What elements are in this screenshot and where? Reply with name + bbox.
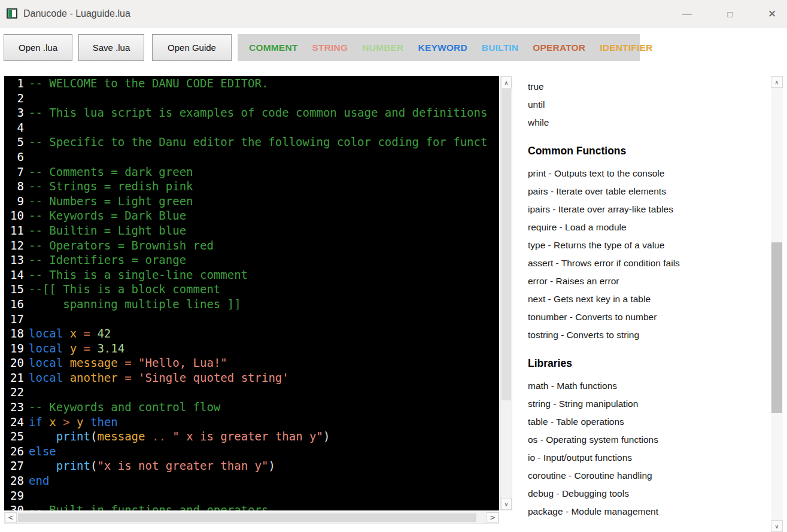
app-window: Danucode - Luaguide.lua — □ ✕ Open .lua … (0, 0, 787, 532)
token-plain: ( (90, 430, 97, 443)
guide-item: math - Math functions (528, 377, 767, 395)
editor-scroll-down-button[interactable]: ∨ (501, 498, 512, 510)
token-comment: -- Strings = redish pink (29, 180, 193, 193)
token-keyword: local (29, 342, 70, 355)
guide-scroll-thumb[interactable] (771, 242, 782, 413)
token-string: 'Single quoted string' (138, 371, 289, 384)
token-identifier: message (97, 430, 145, 443)
line-content: -- Comments = dark green (24, 165, 193, 180)
code-line-19: 19local y = 3.14 (4, 341, 499, 356)
token-comment: -- Numbers = Light green (29, 194, 193, 208)
guide-item: tostring - Converts to string (528, 326, 767, 344)
legend-identifier: IDENTIFIER (600, 42, 652, 53)
legend-operator: OPERATOR (533, 42, 585, 53)
legend-keyword: KEYWORD (418, 42, 467, 53)
close-button[interactable]: ✕ (758, 0, 786, 28)
token-identifier: y (77, 415, 90, 428)
token-comment: -- Built in functions and operators (29, 503, 268, 510)
code-line-22: 22 (4, 385, 499, 400)
code-line-20: 20local message = "Hello, Lua!" (4, 355, 499, 370)
titlebar: Danucode - Luaguide.lua — □ ✕ (0, 0, 787, 28)
line-number: 1 (4, 76, 24, 91)
token-comment: -- Specific to the Danu editor the follo… (29, 135, 487, 148)
guide-heading: Libraries (528, 357, 767, 370)
token-keyword: local (29, 327, 70, 340)
guide-item: require - Load a module (528, 218, 767, 236)
guide-item: os - Operating system functions (528, 431, 767, 449)
line-number: 26 (4, 444, 24, 459)
line-number: 12 (4, 238, 24, 253)
guide-scroll-up-button[interactable]: ∧ (771, 76, 783, 88)
line-number: 22 (4, 385, 24, 400)
open-guide-button[interactable]: Open Guide (152, 34, 232, 61)
line-content (24, 385, 29, 400)
minimize-button[interactable]: — (673, 0, 701, 28)
guide-item: tonumber - Converts to number (528, 308, 767, 326)
token-comment: -- Identifiers = orange (29, 253, 186, 266)
code-line-27: 27 print("x is not greater than y") (4, 458, 499, 473)
line-content: else (24, 444, 56, 459)
code-line-30: 30-- Built in functions and operators (4, 503, 499, 510)
line-number: 17 (4, 312, 24, 327)
code-line-8: 8-- Strings = redish pink (4, 179, 499, 194)
line-content: if x > y then (24, 415, 118, 430)
line-number: 29 (4, 488, 24, 503)
line-content (24, 120, 29, 135)
guide-item: debug - Debugging tools (528, 485, 767, 503)
token-plain (29, 430, 56, 443)
editor-scroll-right-button[interactable]: > (487, 512, 499, 523)
token-plain (166, 430, 172, 443)
token-operator: = (84, 342, 98, 355)
guide-item: while (528, 114, 767, 132)
editor-hscroll-thumb[interactable] (18, 513, 476, 522)
maximize-button[interactable]: □ (716, 0, 744, 28)
line-content (24, 312, 29, 327)
line-content: -- Specific to the Danu editor the follo… (24, 135, 487, 150)
editor-scroll-up-button[interactable]: ∧ (501, 77, 512, 89)
token-string: " x is greater than y" (172, 430, 323, 443)
token-identifier: x (70, 327, 84, 340)
guide-item: print - Outputs text to the console (528, 165, 767, 183)
token-keyword: if (29, 415, 49, 428)
token-number: 3.14 (97, 342, 124, 355)
legend-number: NUMBER (362, 42, 403, 53)
guide-item: pairs - Iterate over table elements (528, 183, 767, 200)
token-identifier: another (70, 371, 125, 384)
code-line-6: 6 (4, 150, 499, 165)
line-content: -- Identifiers = orange (24, 253, 186, 267)
token-identifier: y (70, 342, 84, 355)
editor-vscroll-thumb[interactable] (502, 89, 511, 400)
token-comment: -- Operators = Brownish red (29, 239, 214, 252)
line-number: 27 (4, 458, 24, 473)
line-number: 2 (4, 91, 24, 106)
token-plain (29, 459, 56, 472)
editor-scroll-left-button[interactable]: < (5, 512, 17, 523)
line-content (24, 488, 29, 503)
line-number: 20 (4, 355, 24, 370)
guide-scroll-down-button[interactable]: ∨ (771, 520, 783, 532)
save-lua-button[interactable]: Save .lua (78, 34, 144, 61)
guide-item: until (528, 96, 767, 114)
code-line-15: 15--[[ This is a block comment (4, 282, 499, 297)
guide-item: next - Gets next key in a table (528, 290, 767, 308)
code-line-17: 17 (4, 312, 499, 327)
editor-vertical-scrollbar[interactable]: ∧ ∨ (500, 76, 512, 510)
line-number: 19 (4, 341, 24, 356)
code-line-14: 14-- This is a single-line comment (4, 267, 499, 282)
token-keyword: local (29, 371, 70, 384)
line-content: -- WELCOME to the DANU CODE EDITOR. (24, 76, 268, 91)
editor-horizontal-scrollbar[interactable]: < > (4, 512, 499, 524)
code-line-4: 4 (4, 120, 499, 135)
guide-scrollbar[interactable]: ∧ ∨ (771, 76, 783, 532)
line-number: 16 (4, 297, 24, 312)
code-line-9: 9-- Numbers = Light green (4, 194, 499, 209)
line-number: 21 (4, 370, 24, 385)
open-lua-button[interactable]: Open .lua (4, 34, 72, 61)
code-editor[interactable]: 1-- WELCOME to the DANU CODE EDITOR.23--… (4, 76, 499, 510)
line-number: 6 (4, 150, 24, 165)
line-content: local x = 42 (24, 326, 111, 341)
guide-item: error - Raises an error (528, 272, 767, 290)
token-builtin: print (56, 459, 90, 472)
token-comment: -- Builtin = Light blue (29, 224, 186, 237)
line-content: local message = "Hello, Lua!" (24, 355, 227, 370)
